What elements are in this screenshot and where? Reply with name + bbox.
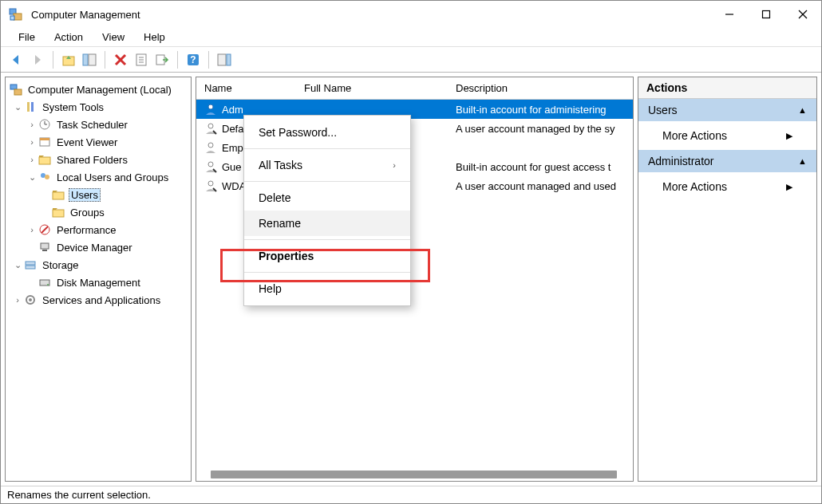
actions-section-users[interactable]: Users ▲ bbox=[638, 99, 816, 121]
expand-icon[interactable]: › bbox=[26, 154, 38, 165]
actions-more-users[interactable]: More Actions ▶ bbox=[638, 121, 816, 150]
cell-desc: Built-in account for administering bbox=[456, 104, 607, 116]
svg-point-47 bbox=[208, 143, 213, 148]
ctx-separator bbox=[244, 239, 410, 240]
services-icon bbox=[23, 293, 38, 307]
maximize-button[interactable] bbox=[748, 2, 784, 27]
collapse-icon[interactable]: ⌄ bbox=[12, 101, 23, 112]
back-button[interactable] bbox=[7, 50, 26, 69]
col-name[interactable]: Name bbox=[196, 79, 296, 97]
tree-event-viewer[interactable]: › Event Viewer bbox=[7, 133, 189, 151]
cell-name: Adm bbox=[222, 104, 243, 116]
tree-system-tools[interactable]: ⌄ System Tools bbox=[7, 98, 189, 116]
tree-root[interactable]: Computer Management (Local) bbox=[7, 81, 189, 98]
tree-label: Services and Applications bbox=[41, 293, 162, 307]
svg-rect-39 bbox=[26, 262, 35, 265]
tree-shared-folders[interactable]: › Shared Folders bbox=[7, 151, 189, 168]
tree-disk-mgmt[interactable]: Disk Management bbox=[7, 274, 189, 291]
cell-name: Gue bbox=[222, 161, 242, 173]
ctx-help[interactable]: Help bbox=[244, 276, 410, 301]
ctx-rename[interactable]: Rename bbox=[244, 211, 410, 236]
event-icon bbox=[38, 135, 52, 149]
tree-groups[interactable]: Groups bbox=[7, 203, 189, 221]
actions-more-admin[interactable]: More Actions ▶ bbox=[638, 172, 816, 201]
tree-task-scheduler[interactable]: › Task Scheduler bbox=[7, 116, 189, 133]
toolbar: ? bbox=[1, 47, 821, 73]
close-button[interactable] bbox=[784, 2, 821, 27]
tree-storage[interactable]: ⌄ Storage bbox=[7, 256, 189, 274]
clock-icon bbox=[38, 117, 52, 132]
svg-rect-37 bbox=[41, 243, 49, 249]
user-icon bbox=[204, 122, 217, 135]
ctx-set-password[interactable]: Set Password... bbox=[244, 120, 410, 145]
tree-root-label: Computer Management (Local) bbox=[26, 83, 173, 96]
svg-rect-2 bbox=[10, 16, 14, 20]
expand-icon[interactable]: › bbox=[26, 224, 38, 235]
svg-rect-29 bbox=[40, 138, 49, 140]
action-pane-button[interactable] bbox=[215, 50, 234, 69]
tree-label: Device Manager bbox=[55, 241, 134, 254]
menubar: File Action View Help bbox=[1, 28, 821, 47]
device-icon bbox=[38, 240, 52, 254]
svg-rect-38 bbox=[42, 250, 47, 251]
tree-label: Shared Folders bbox=[55, 153, 129, 167]
svg-rect-4 bbox=[763, 11, 770, 18]
tree-label: Task Scheduler bbox=[55, 118, 129, 132]
cell-desc: A user account managed by the sy bbox=[456, 123, 615, 135]
minimize-button[interactable] bbox=[711, 2, 748, 27]
ctx-delete[interactable]: Delete bbox=[244, 185, 410, 211]
svg-rect-22 bbox=[14, 89, 22, 95]
actions-section-admin[interactable]: Administrator ▲ bbox=[638, 150, 816, 172]
properties-button[interactable] bbox=[132, 50, 151, 69]
tree-label: Event Viewer bbox=[55, 136, 119, 149]
svg-rect-9 bbox=[89, 54, 96, 65]
up-button[interactable] bbox=[59, 50, 78, 69]
col-description[interactable]: Description bbox=[448, 79, 633, 97]
delete-button[interactable] bbox=[111, 50, 130, 69]
ctx-label: All Tasks bbox=[259, 159, 302, 171]
menu-file[interactable]: File bbox=[9, 29, 45, 45]
menu-help[interactable]: Help bbox=[134, 29, 175, 45]
ctx-label: Help bbox=[259, 282, 282, 295]
expand-icon[interactable]: › bbox=[12, 294, 23, 305]
tree-label: System Tools bbox=[41, 100, 105, 114]
svg-point-49 bbox=[208, 181, 213, 186]
show-hide-tree-button[interactable] bbox=[80, 50, 99, 69]
svg-rect-34 bbox=[53, 210, 64, 217]
svg-point-45 bbox=[208, 104, 213, 109]
tree-users[interactable]: Users bbox=[7, 186, 189, 203]
export-button[interactable] bbox=[152, 50, 172, 69]
horizontal-scrollbar[interactable] bbox=[211, 471, 617, 478]
menu-view[interactable]: View bbox=[93, 29, 134, 45]
forward-button bbox=[28, 50, 47, 69]
tree-device-manager[interactable]: Device Manager bbox=[7, 238, 189, 256]
svg-rect-8 bbox=[83, 54, 88, 65]
svg-point-32 bbox=[45, 175, 49, 179]
collapse-icon[interactable]: ⌄ bbox=[26, 171, 38, 183]
chevron-right-icon: ▶ bbox=[786, 131, 792, 141]
collapse-icon[interactable]: ⌄ bbox=[12, 259, 23, 270]
tree-label: Disk Management bbox=[55, 276, 142, 289]
ctx-properties[interactable]: Properties bbox=[244, 243, 410, 269]
tree-services-apps[interactable]: › Services and Applications bbox=[7, 291, 189, 309]
window-title: Computer Management bbox=[31, 9, 711, 21]
tree-label: Users bbox=[69, 188, 101, 202]
expand-icon[interactable]: › bbox=[26, 119, 38, 130]
cell-name: Defa bbox=[222, 123, 243, 135]
actions-item-label: More Actions bbox=[662, 129, 727, 142]
actions-title: Actions bbox=[638, 77, 816, 99]
tree-label: Storage bbox=[41, 258, 81, 272]
help-button[interactable]: ? bbox=[184, 50, 203, 69]
users-groups-icon bbox=[38, 170, 52, 184]
ctx-label: Properties bbox=[259, 250, 314, 262]
context-menu: Set Password... All Tasks› Delete Rename… bbox=[243, 115, 411, 306]
menu-action[interactable]: Action bbox=[45, 29, 93, 45]
col-fullname[interactable]: Full Name bbox=[296, 79, 448, 97]
user-icon bbox=[204, 141, 217, 154]
svg-text:?: ? bbox=[190, 54, 196, 65]
tree-performance[interactable]: › Performance bbox=[7, 221, 189, 238]
ctx-all-tasks[interactable]: All Tasks› bbox=[244, 152, 410, 178]
expand-icon[interactable]: › bbox=[26, 136, 38, 148]
tree-local-users-groups[interactable]: ⌄ Local Users and Groups bbox=[7, 168, 189, 186]
cell-desc: A user account managed and used bbox=[456, 180, 616, 192]
